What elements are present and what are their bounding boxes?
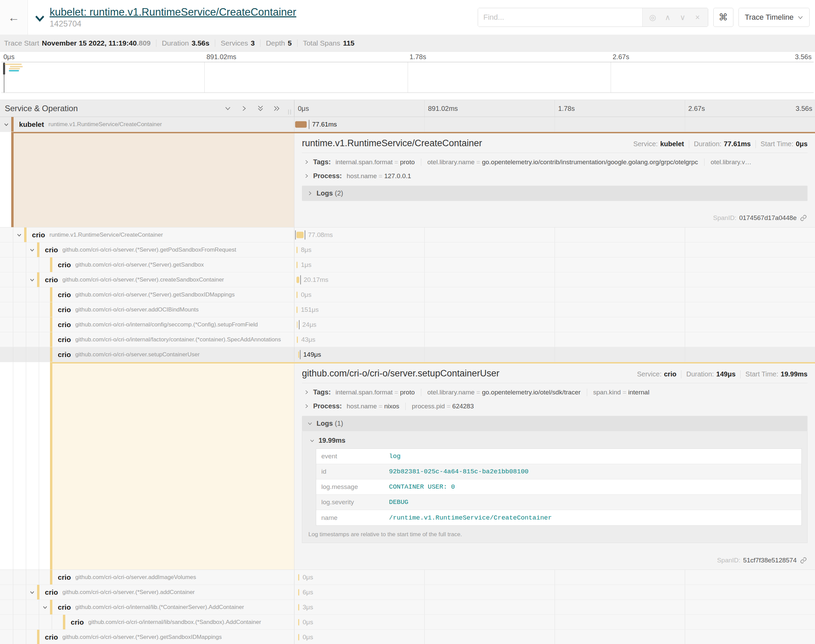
logs-accordion[interactable]: Logs (2) bbox=[302, 186, 807, 201]
trace-collapse-chevron-icon[interactable] bbox=[35, 15, 45, 22]
span-duration-bar[interactable] bbox=[298, 574, 299, 580]
span-name-cell[interactable]: crio github.com/cri-o/cri-o/server.setup… bbox=[0, 347, 294, 362]
span-timeline-cell[interactable]: 1μs bbox=[294, 258, 815, 272]
span-name-cell[interactable]: kubelet runtime.v1.RuntimeService/Create… bbox=[0, 117, 294, 132]
span-duration-bar[interactable] bbox=[298, 351, 299, 358]
span-duration-bar[interactable] bbox=[297, 261, 297, 268]
collapse-one-icon[interactable] bbox=[224, 105, 231, 112]
trace-title-link[interactable]: kubelet: runtime.v1.RuntimeService/Creat… bbox=[50, 6, 296, 18]
span-row[interactable]: crio github.com/cri-o/cri-o/server.(*Ser… bbox=[0, 272, 815, 287]
column-resizer-handle[interactable]: || bbox=[288, 109, 292, 115]
log-field-key: name bbox=[316, 514, 389, 521]
span-name-cell[interactable]: crio github.com/cri-o/cri-o/server.addIm… bbox=[0, 570, 294, 584]
span-name-cell[interactable]: crio github.com/cri-o/cri-o/server.(*Ser… bbox=[0, 272, 294, 287]
span-timeline-cell[interactable]: 0μs bbox=[294, 287, 815, 302]
tags-accordion[interactable]: Tags: internal.span.formatproto otel.lib… bbox=[302, 385, 807, 399]
process-accordion[interactable]: Process: host.name127.0.0.1 bbox=[302, 169, 807, 183]
view-selector-button[interactable]: Trace Timeline bbox=[738, 8, 810, 27]
span-row[interactable]: crio github.com/cri-o/cri-o/internal/lib… bbox=[0, 600, 815, 615]
duration-label: Duration bbox=[162, 39, 189, 47]
span-row[interactable]: crio github.com/cri-o/cri-o/internal/fac… bbox=[0, 332, 815, 347]
log-entry-accordion[interactable]: 19.99ms bbox=[308, 435, 802, 448]
span-timeline-cell[interactable]: 24μs bbox=[294, 317, 815, 332]
row-chevron-icon[interactable] bbox=[29, 590, 35, 595]
span-row[interactable]: crio runtime.v1.RuntimeService/CreateCon… bbox=[0, 227, 815, 242]
keyboard-shortcuts-button[interactable]: ⌘ bbox=[713, 8, 734, 27]
span-name-cell[interactable]: crio github.com/cri-o/cri-o/internal/con… bbox=[0, 317, 294, 332]
span-duration-bar[interactable] bbox=[298, 619, 299, 625]
span-row[interactable]: crio github.com/cri-o/cri-o/server.(*Ser… bbox=[0, 258, 815, 272]
span-row[interactable]: crio github.com/cri-o/cri-o/server.addIm… bbox=[0, 570, 815, 585]
span-duration-bar[interactable] bbox=[297, 247, 297, 253]
span-duration-bar[interactable] bbox=[297, 321, 297, 328]
span-row[interactable]: crio github.com/cri-o/cri-o/server.(*Ser… bbox=[0, 630, 815, 644]
span-timeline-cell[interactable]: 77.61ms bbox=[294, 117, 815, 132]
span-name-cell[interactable]: crio github.com/cri-o/cri-o/server.(*Ser… bbox=[0, 242, 294, 257]
log-note: Log timestamps are relative to the start… bbox=[308, 526, 802, 540]
row-chevron-icon[interactable] bbox=[42, 604, 48, 610]
span-duration-bar[interactable] bbox=[297, 307, 297, 313]
tag-key: internal.span.format bbox=[335, 389, 400, 396]
row-chevron-icon[interactable] bbox=[3, 122, 9, 127]
span-name-cell[interactable]: crio github.com/cri-o/cri-o/server.(*Ser… bbox=[0, 585, 294, 600]
span-timeline-cell[interactable]: 8μs bbox=[294, 242, 815, 257]
process-accordion[interactable]: Process: host.namenixos process.pid62428… bbox=[302, 399, 807, 413]
span-timeline-cell[interactable]: 43μs bbox=[294, 332, 815, 347]
span-timeline-cell[interactable]: 149μs bbox=[294, 347, 815, 362]
span-duration-bar[interactable] bbox=[297, 291, 297, 298]
span-row[interactable]: crio github.com/cri-o/cri-o/server.(*Ser… bbox=[0, 585, 815, 600]
span-timeline-cell[interactable]: 6μs bbox=[294, 585, 815, 600]
span-row[interactable]: crio github.com/cri-o/cri-o/server.addOC… bbox=[0, 302, 815, 317]
expand-all-icon[interactable] bbox=[273, 105, 280, 112]
span-name-cell[interactable]: crio github.com/cri-o/cri-o/internal/fac… bbox=[0, 332, 294, 347]
span-timeline-cell[interactable]: 3μs bbox=[294, 600, 815, 615]
span-duration-label: 6μs bbox=[303, 589, 313, 596]
next-result-icon[interactable]: ∨ bbox=[675, 8, 690, 26]
span-timeline-cell[interactable]: 0μs bbox=[294, 630, 815, 644]
span-row[interactable]: crio github.com/cri-o/cri-o/server.(*Ser… bbox=[0, 287, 815, 302]
span-row[interactable]: crio github.com/cri-o/cri-o/server.(*Ser… bbox=[0, 242, 815, 258]
operation-name: runtime.v1.RuntimeService/CreateContaine… bbox=[50, 232, 163, 238]
span-name-cell[interactable]: crio github.com/cri-o/cri-o/internal/lib… bbox=[0, 600, 294, 615]
span-timeline-cell[interactable]: 0μs bbox=[294, 615, 815, 629]
span-name-cell[interactable]: crio github.com/cri-o/cri-o/internal/lib… bbox=[0, 615, 294, 629]
tag-item: host.namenixos bbox=[347, 403, 406, 410]
copy-link-icon[interactable] bbox=[800, 557, 807, 564]
span-name-cell[interactable]: crio github.com/cri-o/cri-o/server.(*Ser… bbox=[0, 258, 294, 272]
span-name-cell[interactable]: crio runtime.v1.RuntimeService/CreateCon… bbox=[0, 227, 294, 242]
row-chevron-icon[interactable] bbox=[16, 232, 22, 238]
collapse-all-icon[interactable] bbox=[257, 105, 264, 112]
span-duration-bar[interactable] bbox=[298, 604, 299, 610]
span-duration-bar[interactable] bbox=[298, 634, 299, 640]
span-timeline-cell[interactable]: 77.08ms bbox=[294, 227, 815, 242]
span-duration-bar[interactable] bbox=[298, 589, 299, 595]
logs-accordion[interactable]: Logs (1) bbox=[302, 416, 807, 431]
span-duration-bar[interactable] bbox=[297, 276, 299, 283]
span-row[interactable]: crio github.com/cri-o/cri-o/internal/con… bbox=[0, 317, 815, 332]
expand-one-icon[interactable] bbox=[241, 105, 248, 112]
prev-result-icon[interactable]: ∧ bbox=[660, 8, 675, 26]
span-duration-bar[interactable] bbox=[297, 232, 303, 238]
clear-search-icon[interactable]: × bbox=[690, 8, 705, 26]
minimap-span bbox=[9, 68, 20, 69]
span-name-cell[interactable]: crio github.com/cri-o/cri-o/server.(*Ser… bbox=[0, 287, 294, 302]
span-row[interactable]: kubelet runtime.v1.RuntimeService/Create… bbox=[0, 117, 815, 132]
find-input[interactable] bbox=[478, 8, 642, 26]
minimap-canvas[interactable] bbox=[2, 62, 813, 93]
span-timeline-cell[interactable]: 20.17ms bbox=[294, 272, 815, 287]
tags-accordion[interactable]: Tags: internal.span.formatproto otel.lib… bbox=[302, 155, 807, 169]
copy-link-icon[interactable] bbox=[800, 215, 807, 221]
minimap-tick-label: 891.02ms bbox=[206, 53, 236, 61]
span-row[interactable]: crio github.com/cri-o/cri-o/server.setup… bbox=[0, 347, 815, 362]
locate-span-icon[interactable]: ◎ bbox=[645, 8, 660, 26]
span-duration-bar[interactable] bbox=[295, 121, 307, 127]
span-timeline-cell[interactable]: 0μs bbox=[294, 570, 815, 584]
span-name-cell[interactable]: crio github.com/cri-o/cri-o/server.addOC… bbox=[0, 302, 294, 317]
span-name-cell[interactable]: crio github.com/cri-o/cri-o/server.(*Ser… bbox=[0, 630, 294, 644]
row-chevron-icon[interactable] bbox=[29, 277, 35, 283]
span-duration-bar[interactable] bbox=[297, 336, 298, 343]
span-row[interactable]: crio github.com/cri-o/cri-o/internal/lib… bbox=[0, 615, 815, 630]
row-chevron-icon[interactable] bbox=[29, 247, 35, 253]
span-timeline-cell[interactable]: 151μs bbox=[294, 302, 815, 317]
back-button[interactable]: ← bbox=[0, 0, 28, 35]
